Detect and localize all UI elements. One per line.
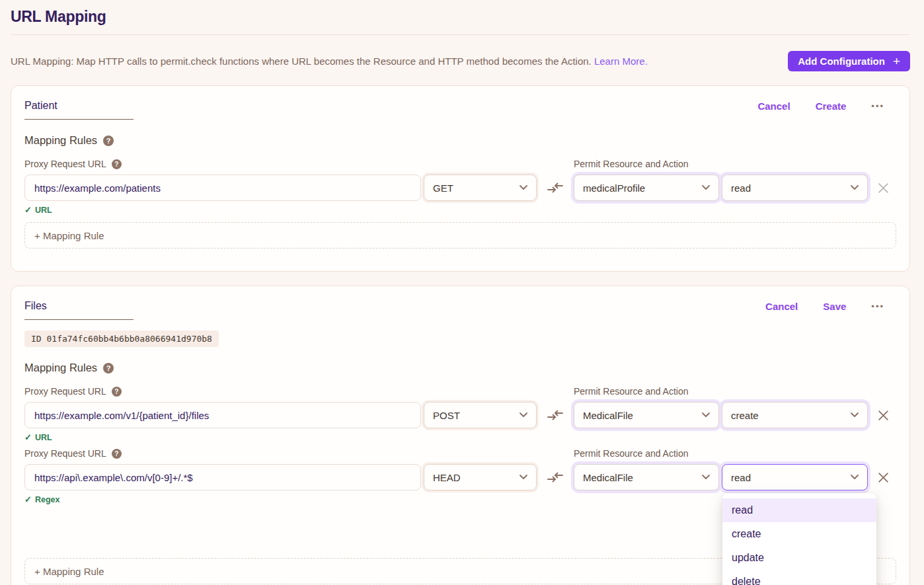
- arrows-merge-icon: [547, 409, 563, 421]
- dropdown-option-create[interactable]: create: [722, 522, 876, 546]
- save-button[interactable]: Save: [823, 301, 846, 312]
- chevron-down-icon: [851, 412, 859, 418]
- add-configuration-button[interactable]: Add Configuration +: [788, 51, 910, 71]
- rule-labels-row: Proxy Request URL ? Permit Resource and …: [24, 386, 896, 397]
- proxy-url-input[interactable]: [24, 464, 421, 490]
- check-icon: ✓: [24, 432, 32, 442]
- add-mapping-rule-button[interactable]: + Mapping Rule: [24, 222, 896, 249]
- http-method-select[interactable]: POST: [424, 402, 537, 428]
- config-title-input[interactable]: [24, 95, 134, 120]
- url-mapping-page: URL Mapping URL Mapping: Map HTTP calls …: [0, 0, 924, 585]
- validation-badge: ✓ URL: [24, 205, 896, 215]
- arrows-merge-icon: [547, 471, 563, 483]
- validation-badge: ✓ URL: [24, 432, 896, 442]
- learn-more-link[interactable]: Learn More.: [594, 56, 648, 67]
- remove-rule-icon[interactable]: [878, 410, 889, 421]
- proxy-request-url-label: Proxy Request URL ?: [24, 386, 421, 397]
- action-select[interactable]: create: [722, 402, 868, 428]
- description-text: URL Mapping: Map HTTP calls to permit.ch…: [11, 56, 592, 67]
- permit-pair: MedicalFile read read create: [574, 464, 868, 490]
- help-icon[interactable]: ?: [112, 159, 122, 169]
- merge-cell: [539, 182, 571, 194]
- merge-cell: [539, 409, 571, 421]
- proxy-request-url-label: Proxy Request URL ?: [24, 159, 421, 169]
- merge-cell: [539, 471, 571, 483]
- proxy-url-input[interactable]: [24, 402, 421, 428]
- config-id-badge: ID 01fa74fc60bb4b6bb0a8066941d970b8: [24, 331, 219, 347]
- dropdown-option-read[interactable]: read: [722, 498, 876, 522]
- mapping-rules-heading: Mapping Rules ?: [24, 134, 896, 147]
- config-title-input[interactable]: [24, 295, 134, 320]
- more-options-icon[interactable]: •••: [871, 102, 884, 110]
- rule-labels-row: Proxy Request URL ? Permit Resource and …: [24, 448, 896, 459]
- permit-resource-action-label: Permit Resource and Action: [574, 159, 868, 169]
- action-dropdown-menu: read create update delete: [722, 493, 876, 585]
- more-options-icon[interactable]: •••: [871, 302, 884, 311]
- chevron-down-icon: [851, 475, 859, 480]
- config-card-files: Cancel Save ••• ID 01fa74fc60bb4b6bb0a80…: [11, 286, 910, 585]
- remove-rule-icon[interactable]: [878, 472, 889, 483]
- mapping-rule-row: HEAD MedicalFile: [24, 464, 896, 490]
- remove-rule-icon[interactable]: [878, 182, 889, 194]
- resource-select[interactable]: MedicalFile: [574, 402, 719, 428]
- mapping-rules-label: Mapping Rules: [24, 362, 97, 374]
- help-icon[interactable]: ?: [103, 136, 114, 146]
- intro-row: URL Mapping: Map HTTP calls to permit.ch…: [11, 51, 910, 71]
- chevron-down-icon: [702, 475, 710, 480]
- proxy-request-url-label: Proxy Request URL ?: [24, 448, 421, 459]
- permit-resource-action-label: Permit Resource and Action: [574, 448, 868, 459]
- help-icon[interactable]: ?: [112, 387, 122, 397]
- add-configuration-label: Add Configuration: [798, 56, 885, 67]
- permit-resource-action-label: Permit Resource and Action: [574, 386, 868, 397]
- remove-cell: [870, 472, 896, 483]
- chevron-down-icon: [702, 412, 710, 418]
- mapping-rules-label: Mapping Rules: [24, 134, 97, 147]
- chevron-down-icon: [520, 185, 527, 190]
- check-icon: ✓: [24, 205, 32, 215]
- remove-cell: [870, 182, 896, 194]
- resource-select[interactable]: medicalProfile: [574, 175, 719, 201]
- page-title: URL Mapping: [11, 0, 910, 26]
- chevron-down-icon: [520, 475, 527, 480]
- rule-labels-row: Proxy Request URL ? Permit Resource and …: [24, 159, 896, 169]
- permit-pair: medicalProfile read: [574, 175, 868, 201]
- mapping-rule-row: POST MedicalFile: [24, 402, 896, 428]
- action-select[interactable]: read: [722, 175, 868, 201]
- chevron-down-icon: [702, 185, 710, 190]
- mapping-rules-heading: Mapping Rules ?: [24, 362, 896, 374]
- cancel-button[interactable]: Cancel: [765, 301, 798, 312]
- check-icon: ✓: [24, 494, 32, 504]
- http-method-select[interactable]: HEAD: [424, 464, 537, 490]
- action-select-open[interactable]: read: [722, 464, 868, 490]
- http-method-select[interactable]: GET: [424, 175, 537, 201]
- remove-cell: [870, 410, 896, 421]
- dropdown-option-update[interactable]: update: [722, 546, 876, 570]
- resource-select[interactable]: MedicalFile: [574, 464, 719, 490]
- card-header: Cancel Create •••: [24, 95, 896, 120]
- dropdown-option-delete[interactable]: delete: [722, 570, 876, 585]
- permit-pair: MedicalFile create: [574, 402, 868, 428]
- plus-icon: +: [893, 55, 900, 67]
- header-divider: [11, 34, 910, 35]
- card-actions: Cancel Create •••: [757, 95, 896, 112]
- help-icon[interactable]: ?: [112, 449, 122, 459]
- proxy-url-input[interactable]: [24, 175, 421, 201]
- chevron-down-icon: [851, 185, 859, 190]
- chevron-down-icon: [520, 412, 527, 418]
- create-button[interactable]: Create: [816, 100, 847, 112]
- arrows-merge-icon: [547, 182, 563, 194]
- card-header: Cancel Save •••: [24, 295, 896, 320]
- config-card-patient: Cancel Create ••• Mapping Rules ? Proxy …: [11, 85, 910, 272]
- mapping-rule-row: GET medicalProfile: [24, 175, 896, 201]
- card-actions: Cancel Save •••: [765, 295, 896, 312]
- cancel-button[interactable]: Cancel: [757, 100, 790, 112]
- help-icon[interactable]: ?: [103, 363, 114, 373]
- page-description: URL Mapping: Map HTTP calls to permit.ch…: [11, 56, 648, 67]
